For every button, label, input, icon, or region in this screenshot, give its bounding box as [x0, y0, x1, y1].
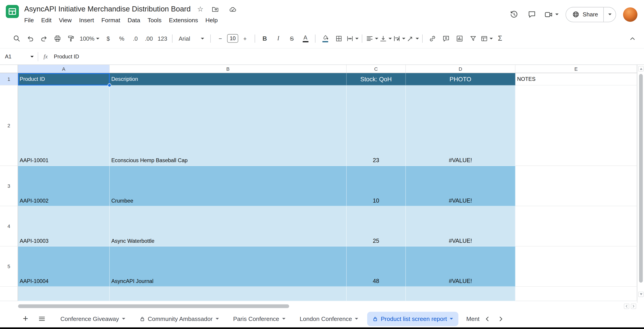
column-header-D[interactable]: D [406, 65, 515, 73]
text-color-button[interactable]: A [299, 32, 312, 45]
cell-D2[interactable]: #VALUE! [406, 85, 515, 166]
merge-cells-button[interactable] [345, 32, 359, 45]
menu-extensions[interactable]: Extensions [165, 16, 202, 24]
cell-C4[interactable]: 25 [347, 206, 406, 246]
cell-B5[interactable]: AsyncAPI Journal [110, 246, 346, 286]
add-sheet-button[interactable]: + [20, 313, 31, 324]
paint-format-button[interactable] [64, 32, 78, 45]
user-avatar[interactable] [623, 7, 638, 22]
cell-E5[interactable] [516, 246, 637, 286]
scroll-up-button[interactable] [638, 66, 644, 72]
cell-B6[interactable] [110, 287, 346, 301]
font-size-input[interactable]: 10 [227, 34, 238, 43]
scroll-right-button[interactable] [631, 304, 636, 309]
cell-A3[interactable]: AAPI-10002 [18, 166, 110, 206]
tab-menu-icon[interactable] [450, 318, 453, 320]
more-formats-button[interactable]: 123 [156, 32, 169, 45]
cell-B2[interactable]: Econscious Hemp Baseball Cap [110, 85, 346, 166]
cell-C1[interactable]: Stock: QoH [347, 73, 406, 86]
share-button[interactable]: Share [566, 7, 603, 22]
row-header-6[interactable] [0, 287, 18, 301]
table-views-button[interactable] [480, 32, 493, 45]
all-sheets-button[interactable] [36, 313, 48, 324]
cell-C2[interactable]: 23 [347, 85, 406, 166]
cell-D1[interactable]: PHOTO [406, 73, 515, 86]
borders-button[interactable] [332, 32, 345, 45]
cell-A6[interactable] [18, 287, 110, 301]
currency-format-button[interactable]: $ [102, 32, 115, 45]
cell-C5[interactable]: 48 [347, 246, 406, 286]
text-rotation-button[interactable] [406, 32, 419, 45]
sheet-tab-truncated[interactable]: Ment [461, 312, 480, 326]
menu-file[interactable]: File [20, 16, 38, 24]
row-header-4[interactable]: 4 [0, 206, 18, 246]
search-button[interactable] [10, 32, 23, 45]
collapse-toolbar-button[interactable] [626, 32, 639, 45]
cell-D4[interactable]: #VALUE! [406, 206, 515, 246]
row-header-1[interactable]: 1 [0, 73, 18, 86]
column-header-C[interactable]: C [347, 65, 406, 73]
create-filter-button[interactable] [466, 32, 480, 45]
redo-button[interactable] [37, 32, 50, 45]
zoom-selector[interactable]: 100% [78, 32, 102, 45]
menu-tools[interactable]: Tools [144, 16, 165, 24]
cell-B4[interactable]: Async Waterbottle [110, 206, 346, 246]
cell-E3[interactable] [516, 166, 637, 206]
version-history-button[interactable] [509, 9, 520, 20]
meet-button[interactable] [544, 10, 558, 19]
horizontal-scroll-thumb[interactable] [18, 304, 289, 308]
functions-button[interactable]: Σ [493, 32, 507, 45]
vertical-scrollbar[interactable] [637, 65, 644, 303]
formula-input[interactable]: Product ID [54, 54, 79, 60]
menu-help[interactable]: Help [202, 16, 221, 24]
name-box[interactable]: A1 [0, 48, 38, 64]
insert-chart-button[interactable] [453, 32, 466, 45]
vertical-align-button[interactable] [378, 32, 392, 45]
cell-C6[interactable] [347, 287, 406, 301]
vertical-scroll-thumb[interactable] [639, 74, 643, 282]
comments-button[interactable] [526, 9, 537, 20]
horizontal-align-button[interactable] [365, 32, 378, 45]
menu-edit[interactable]: Edit [38, 16, 55, 24]
text-wrap-button[interactable] [392, 32, 406, 45]
cell-B3[interactable]: Crumbee [110, 166, 346, 206]
star-button[interactable]: ☆ [197, 6, 204, 13]
column-header-E[interactable]: E [516, 65, 637, 73]
italic-button[interactable]: I [272, 32, 285, 45]
row-header-5[interactable]: 5 [0, 246, 18, 286]
cell-A4[interactable]: AAPI-10003 [18, 206, 110, 246]
document-status-button[interactable] [227, 4, 238, 14]
menu-data[interactable]: Data [124, 16, 144, 24]
menu-format[interactable]: Format [98, 16, 124, 24]
cell-E6[interactable] [516, 287, 637, 301]
bold-button[interactable]: B [258, 32, 272, 45]
column-header-A[interactable]: A [18, 65, 110, 73]
share-dropdown-button[interactable] [603, 7, 616, 22]
select-all-corner[interactable] [0, 65, 18, 73]
cell-A1[interactable]: Product ID [18, 73, 110, 86]
row-header-3[interactable]: 3 [0, 166, 18, 206]
move-to-folder-button[interactable] [210, 4, 221, 14]
scroll-left-button[interactable] [624, 304, 629, 309]
percent-format-button[interactable]: % [115, 32, 128, 45]
sheet-tab-london-conference[interactable]: London Conference [294, 312, 364, 326]
menu-insert[interactable]: Insert [76, 16, 98, 24]
cell-E4[interactable] [516, 206, 637, 246]
insert-link-button[interactable] [426, 32, 439, 45]
print-button[interactable] [50, 32, 64, 45]
decrease-font-size-button[interactable]: − [214, 32, 227, 45]
scroll-down-button[interactable] [638, 292, 644, 297]
menu-view[interactable]: View [55, 16, 76, 24]
decrease-decimal-button[interactable]: .0 [129, 32, 142, 45]
strikethrough-button[interactable]: S [285, 32, 298, 45]
font-selector[interactable]: Arial [175, 32, 208, 45]
cell-B1[interactable]: Description [110, 73, 346, 86]
tab-menu-icon[interactable] [355, 318, 358, 320]
sheet-tab-paris-conference[interactable]: Paris Conference [228, 312, 290, 326]
row-header-2[interactable]: 2 [0, 85, 18, 166]
sheet-tab-conference-giveaway[interactable]: Conference Giveaway [55, 312, 130, 326]
document-title[interactable]: AsyncAPI Initiative Merchandise Distribu… [24, 5, 191, 14]
column-header-B[interactable]: B [110, 65, 346, 73]
meet-dropdown-icon[interactable] [555, 14, 558, 15]
cell-D3[interactable]: #VALUE! [406, 166, 515, 206]
